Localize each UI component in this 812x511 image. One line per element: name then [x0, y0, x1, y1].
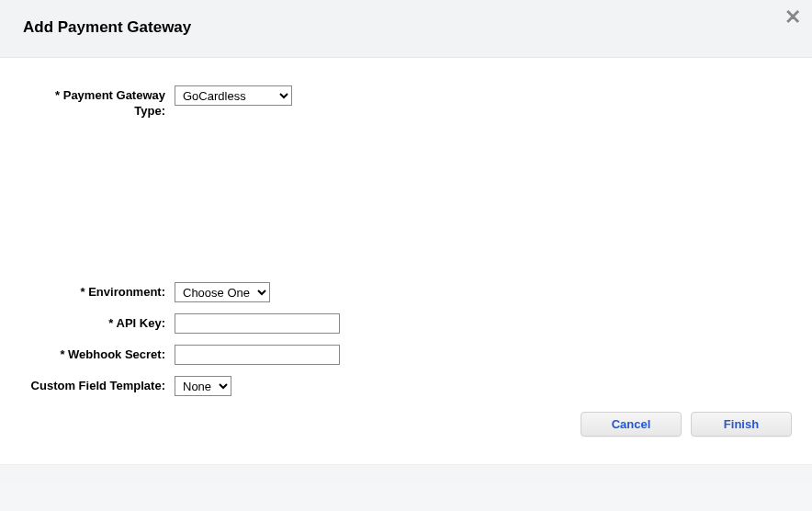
button-bar: Cancel Finish — [581, 412, 792, 437]
row-api-key: * API Key: — [23, 313, 789, 334]
label-custom-template: Custom Field Template: — [23, 376, 175, 394]
row-webhook-secret: * Webhook Secret: — [23, 345, 789, 365]
footer-strip — [0, 464, 812, 481]
row-gateway-type: * Payment Gateway Type: GoCardless — [23, 85, 789, 119]
label-gateway-type: * Payment Gateway Type: — [23, 85, 175, 119]
row-custom-template: Custom Field Template: None — [23, 376, 789, 396]
label-environment: * Environment: — [23, 282, 175, 301]
select-gateway-type[interactable]: GoCardless — [175, 85, 292, 106]
dialog-content: * Payment Gateway Type: GoCardless * Env… — [0, 58, 812, 481]
select-environment[interactable]: Choose One — [175, 282, 270, 302]
select-custom-template[interactable]: None — [175, 376, 231, 396]
cancel-button[interactable]: Cancel — [581, 412, 682, 437]
dialog-header: Add Payment Gateway ✕ — [0, 0, 812, 58]
finish-button[interactable]: Finish — [691, 412, 792, 437]
close-icon[interactable]: ✕ — [784, 6, 801, 29]
row-environment: * Environment: Choose One — [23, 282, 789, 302]
dialog-title: Add Payment Gateway — [23, 18, 789, 37]
input-webhook-secret[interactable] — [175, 345, 340, 365]
label-webhook-secret: * Webhook Secret: — [23, 345, 175, 363]
input-api-key[interactable] — [175, 313, 340, 334]
label-api-key: * API Key: — [23, 313, 175, 332]
